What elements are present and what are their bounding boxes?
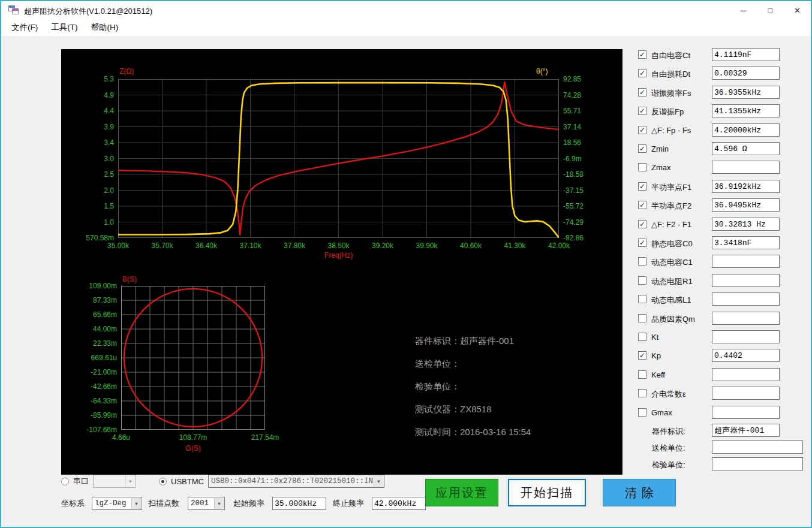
freq-axis-title: Freq(Hz) [118,251,559,260]
measure-value-input[interactable] [712,142,780,155]
checkbox-unchecked-icon[interactable] [638,389,646,397]
chevron-down-icon: ▼ [125,476,135,487]
axis-tick: 44.00m [69,325,117,333]
id-field-input[interactable] [712,457,803,470]
measure-label: Keff [651,370,665,379]
chevron-down-icon: ▼ [131,498,141,509]
checkbox-checked-icon[interactable]: ✓ [638,182,646,191]
menu-item-1[interactable]: 工具(T) [44,19,84,36]
axis-tick: 40.60k [449,242,493,250]
checkbox-unchecked-icon[interactable] [638,276,646,285]
measure-value-input[interactable] [712,123,780,137]
app-window: 超声阻抗分析软件(V1.0.21@201512) ─ □ ✕ 文件(F)工具(T… [0,0,812,528]
coord-system-value: lgZ-Deg [95,499,127,508]
measure-value-input[interactable] [712,48,780,61]
measure-label: Zmax [651,163,671,172]
checkbox-checked-icon[interactable]: ✓ [638,201,646,209]
axis-tick: 22.33m [69,339,117,348]
checkbox-unchecked-icon[interactable] [638,163,646,171]
impedance-axis-title: Z(Ω) [119,67,179,76]
checkbox-checked-icon[interactable]: ✓ [638,126,646,134]
measure-label: 半功率点F1 [651,182,691,193]
usbtmc-radio[interactable] [159,478,167,485]
start-freq-input[interactable] [272,497,326,510]
clear-button[interactable]: 清除 [603,479,676,506]
axis-tick: -42.66m [69,382,117,391]
checkbox-unchecked-icon[interactable] [638,408,646,417]
checkbox-checked-icon[interactable]: ✓ [638,220,646,228]
measure-value-input[interactable] [712,368,780,381]
minimize-icon[interactable]: ─ [730,1,757,19]
close-icon[interactable]: ✕ [784,1,811,19]
measure-row-15: Kt [638,328,812,346]
start-scan-button[interactable]: 开始扫描 [508,479,586,506]
measure-row-4: ✓△F: Fp - Fs [638,121,812,140]
window-controls: ─ □ ✕ [730,1,811,19]
device-id-fields: 器件标识:送检单位:检验单位: [638,422,812,475]
measure-label: 品质因素Qm [651,314,695,325]
info-line: 测试时间：2016-03-16 15:54 [415,421,655,443]
checkbox-checked-icon[interactable]: ✓ [638,144,646,153]
susceptance-axis-title: B(S) [122,275,182,283]
measure-value-input[interactable] [712,274,780,287]
checkbox-unchecked-icon[interactable] [638,333,646,341]
measure-value-input[interactable] [712,292,780,306]
id-field-row-2: 检验单位: [638,455,812,472]
measure-row-16: ✓Kp [638,346,812,365]
measure-value-input[interactable] [712,198,780,212]
checkbox-checked-icon[interactable]: ✓ [638,50,646,59]
sweep-settings-row: 坐标系 lgZ-Deg ▼ 扫描点数 2001 ▼ 起始频率 终止频率 [61,497,426,510]
usbtmc-address-combo[interactable]: USB0::0x0471::0x2786::T020215010::INSTR … [208,475,384,488]
axis-tick: 74.28 [563,91,611,99]
serial-port-combo[interactable]: ▼ [93,475,136,488]
measure-label: 反谐振Fp [651,107,684,117]
axis-tick: 2.0 [66,186,114,195]
serial-radio[interactable] [61,478,69,485]
checkbox-unchecked-icon[interactable] [638,314,646,322]
phase-axis-title: θ(°) [536,67,572,76]
menu-item-2[interactable]: 帮助(H) [85,19,125,36]
checkbox-checked-icon[interactable]: ✓ [638,107,646,115]
apply-settings-button[interactable]: 应用设置 [425,479,498,506]
measure-value-input[interactable] [712,349,780,362]
measure-value-input[interactable] [712,86,780,99]
checkbox-unchecked-icon[interactable] [638,257,646,265]
measure-value-input[interactable] [712,406,780,419]
coord-system-combo[interactable]: lgZ-Deg ▼ [92,497,142,510]
measure-row-9: ✓△F: F2 - F1 [638,215,812,234]
measure-value-input[interactable] [712,236,780,249]
checkbox-checked-icon[interactable]: ✓ [638,239,646,247]
axis-tick: 4.66u [94,433,148,442]
menu-item-0[interactable]: 文件(F) [5,19,44,36]
measure-row-3: ✓反谐振Fp [638,102,812,120]
axis-tick: 55.71 [563,107,611,115]
measure-value-input[interactable] [712,387,780,400]
checkbox-checked-icon[interactable]: ✓ [638,351,646,360]
checkbox-checked-icon[interactable]: ✓ [638,69,646,77]
info-line: 检验单位： [415,375,655,398]
checkbox-unchecked-icon[interactable] [638,295,646,303]
measure-value-input[interactable] [712,180,780,193]
measure-value-input[interactable] [712,330,780,343]
measure-value-input[interactable] [712,255,780,268]
measure-value-input[interactable] [712,104,780,117]
id-field-input[interactable] [712,440,803,454]
checkbox-checked-icon[interactable]: ✓ [638,88,646,96]
measure-label: 谐振频率Fs [651,88,691,99]
id-field-input[interactable] [712,424,780,437]
measure-value-input[interactable] [712,67,780,80]
impedance-phase-chart [118,79,559,238]
measure-row-19: Gmax [638,403,812,422]
maximize-icon[interactable]: □ [757,1,784,19]
measure-value-input[interactable] [712,161,780,174]
measure-value-input[interactable] [712,218,780,231]
scan-points-combo[interactable]: 2001 ▼ [188,497,225,510]
axis-tick: -74.29 [563,218,611,227]
checkbox-unchecked-icon[interactable] [638,370,646,379]
app-icon [8,5,19,14]
axis-tick: 1.0 [66,218,114,227]
stop-freq-input[interactable] [372,497,426,510]
measure-label: Gmax [651,408,672,417]
measure-row-11: 动态电容C1 [638,252,812,271]
measure-value-input[interactable] [712,312,780,325]
